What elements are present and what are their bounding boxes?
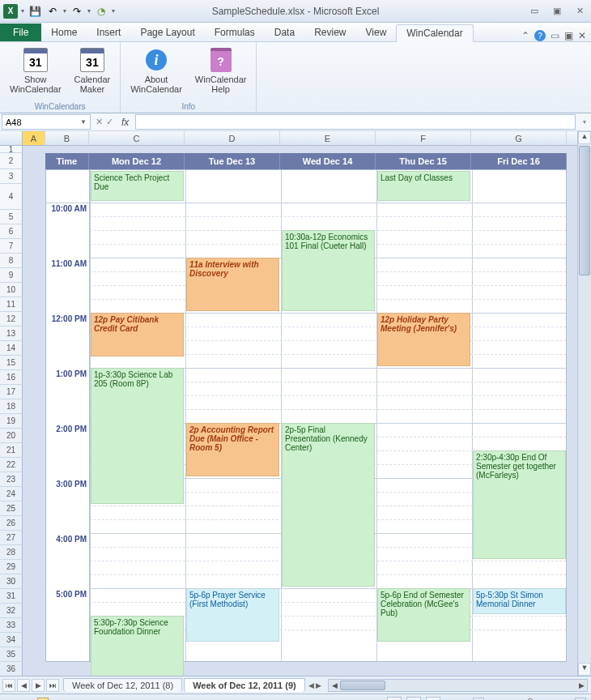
row-header-21[interactable]: 21 (0, 443, 23, 458)
scroll-down-icon[interactable]: ▼ (578, 663, 591, 676)
fx-confirm-icon[interactable]: ✓ (106, 117, 113, 127)
calendar-event[interactable]: Last Day of Classes (377, 171, 470, 201)
row-header-29[interactable]: 29 (0, 560, 23, 574)
cells-area[interactable]: TimeMon Dec 12Tue Dec 13Wed Dec 14Thu De… (23, 146, 577, 676)
show-wincalendar-button[interactable]: 31 Show WinCalendar (6, 45, 65, 100)
name-box-dropdown-icon[interactable]: ▼ (80, 118, 87, 126)
row-header-19[interactable]: 19 (0, 414, 23, 429)
vertical-scrollbar[interactable]: ▲ ▼ (577, 131, 591, 676)
row-header-35[interactable]: 35 (0, 647, 23, 662)
calendar-event[interactable]: 2:30p-4:30p End Of Semester get together… (473, 450, 566, 559)
qat-dropdown-icon[interactable]: ▾ (21, 7, 24, 15)
minimize-button[interactable]: ▭ (526, 5, 542, 18)
tab-insert[interactable]: Insert (87, 23, 130, 41)
calendar-event[interactable]: 5p-6p End of Semester Celebration (McGee… (377, 588, 470, 642)
row-header-2[interactable]: 2 (0, 153, 23, 169)
tab-home[interactable]: Home (41, 23, 87, 41)
row-header-34[interactable]: 34 (0, 633, 23, 647)
row-header-13[interactable]: 13 (0, 327, 23, 341)
row-header-26[interactable]: 26 (0, 516, 23, 531)
column-header-F[interactable]: F (376, 131, 471, 145)
row-header-6[interactable]: 6 (0, 224, 23, 239)
calendar-event[interactable]: 10:30a-12p Economics 101 Final (Cueter H… (282, 230, 375, 311)
fx-label[interactable]: fx (117, 113, 134, 130)
column-header-D[interactable]: D (185, 131, 280, 145)
doc-minimize-icon[interactable]: ▭ (551, 30, 559, 41)
scroll-up-icon[interactable]: ▲ (578, 131, 591, 144)
row-header-27[interactable]: 27 (0, 531, 23, 545)
tab-data[interactable]: Data (265, 23, 304, 41)
calendar-event[interactable]: Science Tech Project Due (91, 171, 184, 201)
sheet-nav-next[interactable]: ▶ (32, 679, 45, 692)
calendar-event[interactable]: 2p Accounting Report Due (Main Office - … (186, 423, 279, 476)
fx-cancel-icon[interactable]: ✕ (96, 117, 103, 127)
sheet-tab-next-indicator[interactable]: ◀ ▶ (305, 681, 325, 689)
doc-close-icon[interactable]: ✕ (578, 30, 586, 41)
horizontal-scrollbar[interactable]: ◀ ▶ (328, 679, 588, 692)
sheet-tab-prev[interactable]: Week of Dec 12, 2011 (8) (63, 678, 182, 692)
ribbon-minimize-icon[interactable]: ⌃ (521, 30, 529, 41)
calendar-event[interactable]: 5p-5:30p St Simon Memorial Dinner (473, 588, 566, 614)
undo-button[interactable]: ↶ (45, 4, 60, 19)
row-header-9[interactable]: 9 (0, 268, 23, 283)
formula-input[interactable] (135, 114, 576, 130)
calendar-event[interactable]: 12p Pay Citibank Credit Card (91, 313, 184, 356)
calendar-event[interactable]: 5:30p-7:30p Science Foundation Dinner (91, 616, 184, 676)
qat-extra-icon[interactable]: ◔ (94, 4, 108, 19)
qat-customize-icon[interactable]: ▾ (112, 7, 115, 15)
row-header-24[interactable]: 24 (0, 487, 23, 502)
zoom-out-button[interactable]: − (473, 698, 484, 701)
row-header-17[interactable]: 17 (0, 385, 23, 399)
row-header-25[interactable]: 25 (0, 502, 23, 516)
tab-page-layout[interactable]: Page Layout (130, 23, 204, 41)
maximize-button[interactable]: ▣ (549, 5, 565, 18)
save-button[interactable]: 💾 (28, 4, 42, 19)
calendar-event[interactable]: 12p Holiday Party Meeting (Jennifer's) (377, 313, 470, 366)
select-all-corner[interactable] (0, 131, 23, 145)
row-header-36[interactable]: 36 (0, 662, 23, 676)
row-header-14[interactable]: 14 (0, 341, 23, 356)
row-header-23[interactable]: 23 (0, 472, 23, 487)
calendar-event[interactable]: 2p-5p Final Presentation (Kennedy Center… (282, 423, 375, 587)
vscroll-thumb[interactable] (579, 146, 590, 275)
undo-dropdown-icon[interactable]: ▾ (63, 7, 66, 15)
row-header-10[interactable]: 10 (0, 283, 23, 297)
column-header-B[interactable]: B (45, 131, 89, 145)
calendar-event[interactable]: 5p-6p Prayer Service (First Methodist) (186, 588, 279, 642)
formula-expand-icon[interactable]: ▾ (577, 113, 591, 130)
scroll-right-icon[interactable]: ▶ (576, 681, 587, 689)
row-header-8[interactable]: 8 (0, 254, 23, 268)
macro-record-icon[interactable] (37, 698, 49, 701)
row-header-28[interactable]: 28 (0, 545, 23, 560)
row-header-7[interactable]: 7 (0, 239, 23, 254)
row-header-4[interactable]: 4 (0, 184, 23, 210)
close-button[interactable]: ✕ (572, 5, 588, 18)
wincalendar-help-button[interactable]: ? WinCalendar Help (192, 45, 250, 100)
row-header-20[interactable]: 20 (0, 429, 23, 443)
sheet-nav-first[interactable]: ⏮ (2, 679, 15, 692)
calendar-event[interactable]: 11a Interview with Discovery (186, 258, 279, 311)
row-header-22[interactable]: 22 (0, 458, 23, 472)
column-header-A[interactable]: A (23, 131, 45, 145)
sheet-nav-last[interactable]: ⏭ (46, 679, 59, 692)
calendar-maker-button[interactable]: 31 Calendar Maker (71, 45, 114, 100)
column-header-C[interactable]: C (89, 131, 185, 145)
redo-dropdown-icon[interactable]: ▾ (87, 7, 91, 15)
row-header-3[interactable]: 3 (0, 169, 23, 184)
hscroll-thumb[interactable] (340, 681, 385, 690)
row-header-11[interactable]: 11 (0, 297, 23, 312)
column-header-G[interactable]: G (471, 131, 567, 145)
tab-view[interactable]: View (356, 23, 397, 41)
tab-formulas[interactable]: Formulas (205, 23, 265, 41)
name-box[interactable]: A48 ▼ (2, 114, 91, 130)
doc-restore-icon[interactable]: ▣ (564, 30, 573, 41)
view-page-break-button[interactable]: ▤ (426, 697, 440, 701)
scroll-left-icon[interactable]: ◀ (329, 681, 340, 689)
tab-review[interactable]: Review (304, 23, 355, 41)
sheet-tab-active[interactable]: Week of Dec 12, 2011 (9) (184, 678, 305, 692)
help-icon[interactable]: ? (534, 30, 546, 41)
tab-wincalendar[interactable]: WinCalendar (396, 24, 473, 42)
redo-button[interactable]: ↷ (70, 4, 84, 19)
row-header-18[interactable]: 18 (0, 399, 23, 414)
row-header-31[interactable]: 31 (0, 589, 23, 604)
